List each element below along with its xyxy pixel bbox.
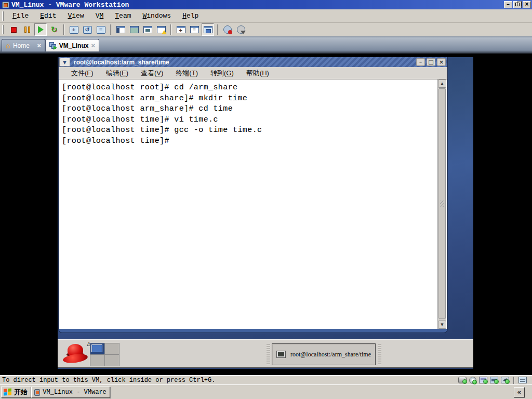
network-adapter-icon[interactable]	[490, 377, 498, 383]
snapshot-manager-icon: ≡	[97, 26, 105, 34]
cdrom-icon[interactable]	[469, 377, 476, 384]
terminal-scrollbar[interactable]: ▲ ▼	[437, 79, 446, 329]
stop-icon	[11, 27, 17, 33]
terminal-line: [root@localhost root]# cd /arm_share	[62, 83, 447, 94]
terminal-close-button[interactable]: ×	[437, 58, 446, 66]
window-menu-button[interactable]: ▼	[59, 58, 70, 66]
reset-icon: ↻	[51, 25, 58, 34]
menu-vm[interactable]: VM	[90, 10, 110, 21]
terminal-line: [root@localhost time]# gcc -o time time.…	[62, 125, 447, 136]
take-snapshot-button[interactable]: +	[68, 23, 80, 36]
restore-button[interactable]	[513, 1, 522, 8]
terminal-menu-help[interactable]: 帮助(H)	[240, 67, 275, 79]
toolbar-separator	[110, 24, 111, 35]
scroll-down-button[interactable]: ▼	[438, 321, 446, 329]
tab-home[interactable]: ⌂ Home ×	[2, 39, 45, 51]
scroll-up-button[interactable]: ▲	[438, 79, 446, 88]
terminal-window: ▼ root@localhost:/arm_share/time – □ × 文…	[59, 57, 447, 332]
capture-screen-button[interactable]	[221, 23, 234, 36]
sound-icon[interactable]	[501, 377, 509, 383]
toolbar-grip[interactable]	[2, 25, 4, 34]
workspace-1[interactable]	[90, 343, 104, 354]
terminal-maximize-button[interactable]: □	[427, 58, 435, 66]
console-view-button[interactable]	[202, 23, 214, 36]
reset-button[interactable]: ↻	[48, 23, 60, 36]
gnome-panel: △ root@localhost:/arm_share/time	[58, 339, 473, 368]
sidebar-icon	[116, 26, 125, 33]
scrollbar-thumb[interactable]	[438, 88, 446, 319]
guest-desktop[interactable]: ▼ root@localhost:/arm_share/time – □ × 文…	[58, 57, 473, 369]
terminal-title-bar[interactable]: ▼ root@localhost:/arm_share/time – □ ×	[59, 57, 447, 67]
start-label: 开始	[14, 388, 28, 397]
power-off-button[interactable]	[7, 23, 20, 36]
workspace-4[interactable]	[105, 355, 119, 366]
terminal-icon	[276, 351, 286, 358]
vmware-icon	[34, 389, 40, 396]
start-button[interactable]: 开始	[1, 387, 31, 398]
terminal-menu-view[interactable]: 查看(V)	[135, 67, 169, 79]
toolbar-separator	[217, 24, 218, 35]
toolbar: ↻ + ↺ ≡	[0, 23, 532, 37]
tab-home-label: Home	[13, 42, 30, 49]
pause-icon	[24, 26, 30, 33]
toolbar-separator	[170, 24, 171, 35]
fullscreen-button[interactable]	[128, 23, 140, 36]
status-message: To direct input to this VM, click inside…	[0, 377, 215, 384]
minimize-icon: –	[507, 2, 510, 7]
floppy-icon[interactable]	[479, 377, 487, 383]
message-log-icon[interactable]	[518, 377, 527, 383]
menu-team[interactable]: Team	[109, 10, 137, 21]
terminal-line: [root@localhost time]# vi time.c	[62, 115, 447, 126]
terminal-menu-file[interactable]: 文件(F)	[65, 67, 100, 79]
terminal-line: [root@localhost arm_share]# mkdir time	[62, 94, 447, 104]
show-sidebar-button[interactable]	[114, 23, 127, 36]
workspace-2[interactable]	[105, 343, 119, 354]
tab-home-close-icon[interactable]: ×	[37, 42, 41, 49]
menu-edit[interactable]: Edit	[34, 10, 62, 21]
workspace-switcher[interactable]	[90, 343, 119, 366]
close-button[interactable]: ×	[523, 1, 531, 8]
vm-settings-button[interactable]	[175, 23, 187, 36]
menu-file[interactable]: File	[7, 10, 34, 21]
revert-snapshot-button[interactable]: ↺	[81, 23, 94, 36]
terminal-output[interactable]: [root@localhost root]# cd /arm_share [ro…	[59, 79, 447, 329]
capture-movie-button[interactable]	[235, 23, 247, 36]
tab-vm-close-icon[interactable]: ×	[91, 42, 95, 49]
minimize-button[interactable]: –	[504, 1, 512, 8]
applet-handle[interactable]	[378, 344, 381, 365]
menu-view[interactable]: View	[62, 10, 89, 21]
workspace-3[interactable]	[90, 355, 104, 366]
terminal-menu-edit[interactable]: 编辑(E)	[100, 67, 135, 79]
power-on-button[interactable]	[34, 23, 47, 36]
tab-vm-linux[interactable]: VM_Linux ×	[45, 39, 99, 51]
toolbar-separator	[63, 24, 64, 35]
tray-collapse-button[interactable]: «	[514, 387, 525, 397]
main-menu-button[interactable]: △	[63, 343, 88, 365]
suspend-button[interactable]	[21, 23, 33, 36]
terminal-menu-go[interactable]: 转到(G)	[204, 67, 240, 79]
taskbar-button-label: VM_Linux - VMware W...	[43, 389, 107, 396]
taskbar-vmware-button[interactable]: VM_Linux - VMware W...	[31, 387, 110, 398]
terminal-title: root@localhost:/arm_share/time	[74, 59, 169, 66]
quick-switch-button[interactable]	[141, 23, 154, 36]
window-list-button[interactable]: root@localhost:/arm_share/time	[272, 343, 376, 365]
vm-tab-icon	[49, 42, 57, 49]
window-title: VM_Linux - VMware Workstation	[11, 1, 129, 9]
terminal-menu-terminal[interactable]: 终端(T)	[169, 67, 204, 79]
close-icon: ×	[525, 1, 528, 7]
applet-handle[interactable]	[267, 344, 270, 365]
options-icon	[190, 26, 199, 33]
title-bar: VM_Linux - VMware Workstation – ×	[0, 0, 532, 9]
menubar-grip[interactable]	[2, 11, 4, 21]
chevron-left-icon: «	[517, 389, 522, 396]
quick-switch-icon	[143, 26, 152, 33]
play-icon	[38, 26, 44, 33]
menu-help[interactable]: Help	[177, 10, 204, 21]
menu-windows[interactable]: Windows	[137, 10, 177, 21]
vm-options-button[interactable]	[188, 23, 201, 36]
unity-button[interactable]	[155, 23, 167, 36]
menu-bar: File Edit View VM Team Windows Help	[0, 9, 532, 23]
terminal-minimize-button[interactable]: –	[416, 58, 425, 66]
snapshot-manager-button[interactable]: ≡	[95, 23, 107, 36]
hard-disk-icon[interactable]	[458, 377, 467, 383]
